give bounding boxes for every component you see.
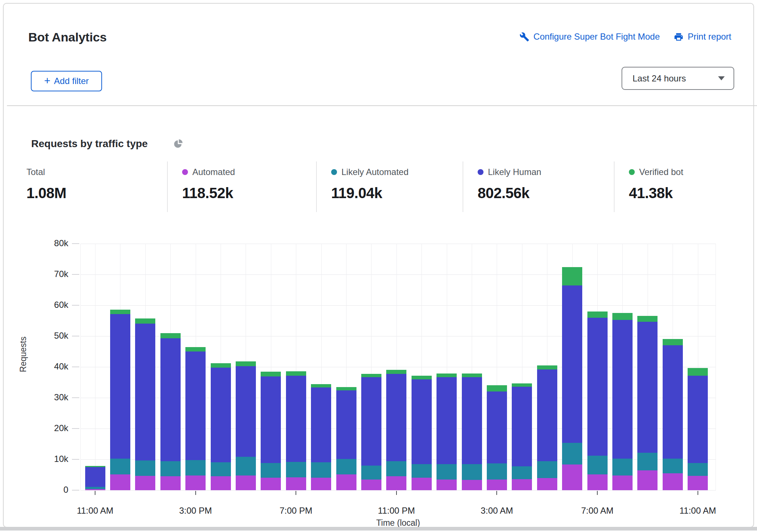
stat-likely-human: Likely Human 802.56k — [463, 161, 614, 212]
bar-100am-14[interactable] — [437, 374, 457, 490]
stat-likely-automated-value: 119.04k — [331, 185, 463, 201]
printer-icon — [674, 32, 684, 42]
bar-200am-15[interactable] — [462, 374, 482, 490]
y-gridline — [80, 274, 716, 275]
print-report-link[interactable]: Print report — [674, 32, 731, 42]
segment-likely-human — [637, 322, 658, 452]
bar-400pm-5[interactable] — [211, 363, 231, 490]
segment-likely-automated — [587, 456, 608, 474]
x-tick-label: 3:00 PM — [166, 506, 225, 516]
stat-total-value: 1.08M — [26, 185, 167, 201]
segment-likely-human — [663, 345, 683, 458]
bar-700am-20[interactable] — [587, 311, 608, 490]
segment-likely-automated — [437, 464, 457, 480]
bar-1000pm-11[interactable] — [361, 374, 381, 490]
bar-900am-22[interactable] — [637, 316, 658, 490]
y-axis-title: Requests — [18, 361, 28, 372]
bar-1200am-13[interactable] — [412, 376, 432, 490]
segment-likely-automated — [462, 464, 482, 480]
segment-verified-bot — [110, 310, 130, 314]
bar-600pm-7[interactable] — [261, 372, 281, 490]
segment-likely-human — [311, 387, 331, 462]
bot-analytics-screen: Bot Analytics Configure Super Bot Fight … — [0, 0, 757, 532]
segment-likely-automated — [211, 462, 231, 477]
y-tick-mark — [72, 274, 79, 275]
stat-verified-bot-value: 41.38k — [629, 185, 738, 201]
segment-automated — [261, 478, 281, 490]
add-filter-label: Add filter — [54, 76, 89, 86]
x-tick-label: 11:00 AM — [669, 506, 727, 516]
segment-likely-human — [261, 376, 281, 463]
segment-likely-automated — [663, 459, 683, 473]
segment-automated — [135, 476, 155, 490]
bar-900pm-10[interactable] — [336, 387, 356, 490]
bar-100pm-2[interactable] — [135, 318, 155, 490]
y-tick-mark — [72, 490, 79, 491]
segment-verified-bot — [587, 311, 608, 318]
bar-600am-19[interactable] — [562, 267, 582, 490]
segment-likely-human — [412, 379, 432, 464]
stat-automated: Automated 118.52k — [167, 161, 316, 212]
bar-1100am-0[interactable] — [85, 466, 105, 490]
bar-800am-21[interactable] — [612, 313, 633, 490]
bar-300am-16[interactable] — [487, 385, 507, 490]
segment-verified-bot — [160, 333, 181, 338]
segment-verified-bot — [537, 365, 557, 369]
y-gridline — [80, 244, 716, 244]
bar-1100am-24[interactable] — [688, 368, 708, 490]
segment-automated — [412, 478, 432, 490]
bar-1200pm-1[interactable] — [110, 310, 130, 490]
segment-verified-bot — [437, 374, 457, 377]
segment-automated — [437, 480, 457, 490]
configure-super-bot-fight-mode-link[interactable]: Configure Super Bot Fight Mode — [519, 32, 660, 42]
time-range-dropdown[interactable]: Last 24 hours — [622, 67, 734, 90]
bar-1100pm-12[interactable] — [386, 370, 406, 490]
x-tick-label: 11:00 PM — [367, 506, 426, 516]
x-gridline — [95, 244, 95, 490]
segment-verified-bot — [637, 316, 658, 322]
segment-verified-bot — [688, 368, 708, 376]
segment-likely-human — [562, 285, 582, 443]
plus-icon: + — [44, 76, 50, 86]
bar-500pm-6[interactable] — [236, 361, 256, 490]
segment-verified-bot — [412, 376, 432, 379]
y-gridline — [80, 305, 716, 306]
segment-likely-automated — [537, 461, 557, 478]
bar-300pm-4[interactable] — [185, 347, 206, 490]
segment-verified-bot — [512, 383, 532, 387]
segment-verified-bot — [135, 318, 155, 324]
bar-800pm-9[interactable] — [311, 384, 331, 490]
add-filter-button[interactable]: + Add filter — [31, 71, 102, 91]
y-tick-label: 20k — [28, 423, 68, 433]
segment-likely-human — [462, 377, 482, 464]
segment-verified-bot — [336, 387, 356, 390]
y-tick-mark — [72, 336, 79, 336]
segment-automated — [361, 480, 381, 490]
y-tick-label: 50k — [28, 331, 68, 341]
segment-automated — [386, 476, 406, 490]
segment-likely-automated — [160, 461, 181, 476]
bar-400am-17[interactable] — [512, 383, 532, 490]
stat-likely-human-label: Likely Human — [488, 167, 541, 177]
segment-likely-human — [236, 366, 256, 457]
segment-likely-human — [211, 368, 231, 462]
configure-link-label: Configure Super Bot Fight Mode — [533, 32, 660, 42]
segment-verified-bot — [185, 347, 206, 351]
segment-likely-automated — [185, 460, 206, 475]
x-tick-label: 7:00 AM — [568, 506, 627, 516]
bar-1000am-23[interactable] — [663, 339, 683, 490]
bar-500am-18[interactable] — [537, 365, 557, 490]
segment-likely-automated — [135, 460, 155, 476]
segment-likely-human — [386, 374, 406, 461]
bar-200pm-3[interactable] — [160, 333, 181, 490]
segment-automated — [562, 464, 582, 490]
y-tick-mark — [72, 459, 79, 460]
stat-likely-automated: Likely Automated 119.04k — [316, 161, 463, 212]
x-tick-mark — [195, 491, 196, 495]
bar-700pm-8[interactable] — [286, 371, 306, 490]
next-section-edge — [0, 527, 757, 531]
section-title: Requests by traffic type — [31, 138, 148, 150]
segment-automated — [311, 478, 331, 490]
bot-analytics-card: Bot Analytics Configure Super Bot Fight … — [3, 3, 754, 528]
chevron-down-icon — [718, 76, 725, 80]
